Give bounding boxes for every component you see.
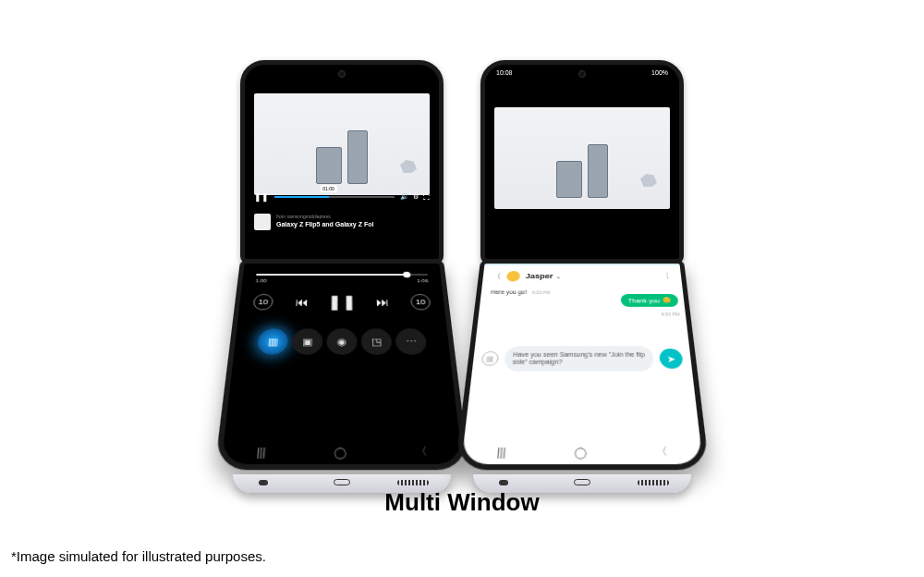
attach-image-button[interactable]: ▦ <box>481 351 499 366</box>
front-camera-icon <box>338 70 346 78</box>
video-scrub-row: ❚❚ 01:00 🔊 ⚙ ⛶ <box>254 192 430 202</box>
chat-menu-icon[interactable]: ⋮ <box>663 273 672 280</box>
phone-right-top-screen: 10:08 100% <box>480 60 684 264</box>
nav-home-icon[interactable]: ◯ <box>334 446 347 458</box>
nav-recents-icon[interactable]: ||| <box>496 446 506 458</box>
send-button[interactable]: ➤ <box>659 349 684 369</box>
volume-icon[interactable]: 🔊 <box>400 193 408 201</box>
phone-left-top-screen: ❚❚ 01:00 🔊 ⚙ ⛶ from <box>240 60 444 264</box>
progress-bar[interactable]: 01:00 <box>274 196 395 198</box>
message-reply-time: 9:53 PM <box>661 312 679 316</box>
phone-right: 10:08 100% 〈 Jasper ⌄ <box>480 60 684 473</box>
multiwindow-button[interactable]: ▥ <box>256 328 288 355</box>
player-progress-bar[interactable] <box>256 274 427 276</box>
pause-icon[interactable]: ❚❚ <box>330 292 354 312</box>
player-toolbar: ▥ ▣ ◉ ◳ ⋯ <box>249 328 436 355</box>
message-reply-text: Thank you <box>627 298 660 303</box>
time-current: 1:00 <box>255 278 266 283</box>
usb-port-icon <box>334 479 350 485</box>
pause-icon[interactable]: ❚❚ <box>254 192 269 202</box>
chat-body[interactable]: Here you go! 9:53 PM Thank you 😊 9:53 PM… <box>468 285 696 400</box>
video-from: samsungmobilepress <box>286 214 330 219</box>
video-from-prefix: from <box>276 214 286 219</box>
time-total: 1:06 <box>417 278 428 283</box>
video-title: Galaxy Z Flip5 and Galaxy Z Fol <box>276 220 373 228</box>
back-icon[interactable]: 〈 <box>492 271 502 281</box>
time-chip: 01:00 <box>320 185 337 192</box>
message-out-text: Here you go! <box>491 289 527 295</box>
phones-stage: ❚❚ 01:00 🔊 ⚙ ⛶ from <box>0 60 924 473</box>
device-preview-icon <box>347 130 368 184</box>
video-metadata[interactable]: from samsungmobilepress Galaxy Z Flip5 a… <box>245 209 439 242</box>
nav-recents-icon[interactable]: ||| <box>256 446 266 458</box>
message-input[interactable]: Have you seen Samsung's new "Join the fl… <box>504 346 654 371</box>
screenshot-icon: ◉ <box>336 336 346 347</box>
rock-decoration-icon <box>400 160 417 173</box>
chat-header: 〈 Jasper ⌄ ⋮ <box>482 264 682 285</box>
avatar[interactable] <box>506 271 520 281</box>
image-icon: ▦ <box>485 354 494 362</box>
media-player-panel: 1:00 1:06 10 ⏮ ❚❚ ⏭ 10 ▥ ▣ <box>233 264 450 361</box>
channel-thumb-icon <box>254 214 271 230</box>
send-icon: ➤ <box>666 354 675 364</box>
skip-next-icon[interactable]: ⏭ <box>371 292 395 312</box>
phone-left-bottom-screen: 1:00 1:06 10 ⏮ ❚❚ ⏭ 10 ▥ ▣ <box>214 260 469 470</box>
nav-back-icon[interactable]: 〈 <box>655 444 668 460</box>
pip-icon: ◳ <box>371 336 382 347</box>
rock-decoration-icon <box>640 174 657 187</box>
message-reply-bubble[interactable]: Thank you 😊 <box>621 294 679 307</box>
video-thumbnail <box>254 93 430 195</box>
chat-input-row: ▦ Have you seen Samsung's new "Join the … <box>480 346 684 371</box>
phone-right-bottom-screen: 〈 Jasper ⌄ ⋮ Here you go! 9:53 PM T <box>455 260 710 470</box>
feature-title: Multi Window <box>0 488 924 517</box>
video-player-top[interactable] <box>485 80 679 237</box>
device-preview-icon <box>556 161 582 198</box>
rewind-10-icon[interactable]: 10 <box>252 294 274 310</box>
toolbar-more-button[interactable]: ⋯ <box>395 328 427 355</box>
forward-10-icon[interactable]: 10 <box>410 294 432 310</box>
device-preview-icon <box>588 144 608 198</box>
usb-port-icon <box>574 479 590 485</box>
video-player-top[interactable]: ❚❚ 01:00 🔊 ⚙ ⛶ <box>245 80 439 209</box>
message-out-time: 9:53 PM <box>532 290 551 295</box>
toolbar-btn-2[interactable]: ▣ <box>291 328 322 355</box>
phone-left: ❚❚ 01:00 🔊 ⚙ ⛶ from <box>240 60 444 473</box>
android-navbar: ||| ◯ 〈 <box>222 444 463 460</box>
more-icon: ⋯ <box>405 336 417 347</box>
capture-icon: ▣ <box>302 336 312 347</box>
fullscreen-icon[interactable]: ⛶ <box>423 193 430 201</box>
video-thumbnail <box>494 107 670 209</box>
chevron-down-icon: ⌄ <box>555 274 561 280</box>
emoji-icon: 😊 <box>663 297 672 303</box>
disclaimer-text: *Image simulated for illustrated purpose… <box>11 548 266 564</box>
status-time: 10:08 <box>496 69 513 76</box>
split-screen-icon: ▥ <box>267 336 278 347</box>
android-navbar: ||| ◯ 〈 <box>462 444 703 460</box>
skip-prev-icon[interactable]: ⏮ <box>289 292 313 312</box>
nav-back-icon[interactable]: 〈 <box>415 444 428 460</box>
front-camera-icon <box>578 70 586 78</box>
contact-name[interactable]: Jasper ⌄ <box>526 273 562 280</box>
toolbar-btn-4[interactable]: ◳ <box>361 328 393 355</box>
status-battery: 100% <box>651 69 668 76</box>
toolbar-btn-3[interactable]: ◉ <box>326 328 357 355</box>
nav-home-icon[interactable]: ◯ <box>575 446 588 458</box>
settings-gear-icon[interactable]: ⚙ <box>413 193 419 201</box>
device-preview-icon <box>316 147 342 184</box>
